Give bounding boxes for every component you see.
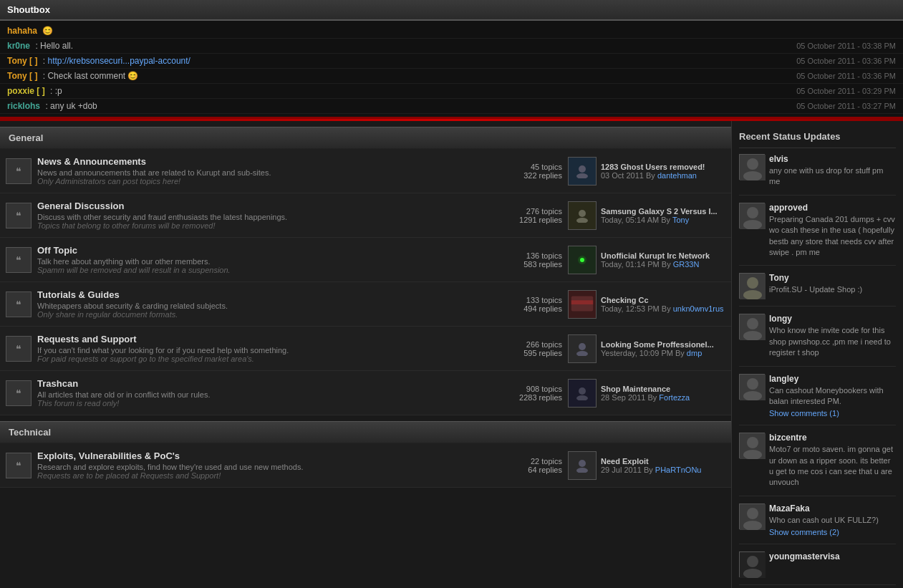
last-post-info: Checking Cc Today, 12:53 PM By unkn0wnv1… [601,296,724,313]
forum-list-technical: ❝ Exploits, Vulnerabilities & PoC's Rese… [0,443,731,488]
status-avatar [739,273,765,299]
forum-main: General ❝ News & Announcements News and … [0,121,731,588]
svg-point-3 [576,218,588,223]
svg-point-5 [580,258,584,262]
svg-point-1 [576,173,588,178]
svg-point-31 [747,437,758,448]
status-content: approved Preparing Canada 201 dumps + cv… [769,203,896,259]
status-item: langley Can cashout Moneybookers with ba… [739,374,896,426]
status-avatar [739,154,765,180]
forum-info: Trashcan All articles that are old or in… [37,378,492,408]
last-post-info: Samsung Galaxy S 2 Versus I... Today, 05… [601,207,718,224]
forum-stats: 45 topics 322 replies [498,163,562,180]
last-post-by: Yesterday, 10:09 PM By dmp [601,349,714,357]
shoutbox-time: 05 October 2011 - 03:36 PM [796,72,896,80]
status-item: approved Preparing Canada 201 dumps + cv… [739,203,896,266]
forum-title-requests-support[interactable]: Requests and Support [37,334,137,344]
quote-icon: ❝ [6,380,32,406]
forum-title[interactable]: General Discussion [37,201,124,211]
shoutbox-title: Shoutbox [0,0,903,21]
shoutbox-time: 05 October 2011 - 03:29 PM [796,87,896,95]
forum-title-exploits[interactable]: Exploits, Vulnerabilities & PoC's [37,450,180,461]
status-avatar [739,374,765,400]
forum-desc: Whitepapers about security & carding rel… [37,302,492,319]
forum-info: News & Announcements News and announceme… [37,156,492,185]
forum-last-post: Shop Maintenance 28 Sep 2011 By Fortezza [568,379,725,408]
last-post-info: 1283 Ghost Users removed! 03 Oct 2011 By… [601,163,705,180]
forum-row: ❝ General Discussion Discuss with other … [0,193,731,238]
show-comments-langley[interactable]: Show comments (1) [769,409,896,418]
last-post-user-link[interactable]: Tony [672,216,689,224]
forum-title[interactable]: Tutorials & Guides [37,289,120,300]
forum-title[interactable]: News & Announcements [37,156,146,167]
shoutbox-msg: : any uk +dob [45,101,97,111]
last-post-avatar [568,334,597,363]
quote-icon: ❝ [6,336,32,362]
last-post-user-link[interactable]: GR33N [673,260,700,269]
forum-last-post: Samsung Galaxy S 2 Versus I... Today, 05… [568,201,725,230]
last-post-avatar [568,201,597,230]
last-post-info: Shop Maintenance 28 Sep 2011 By Fortezza [601,385,690,402]
status-msg: iProfit.SU - Update Shop :) [769,284,896,295]
last-post-by: Today, 05:14 AM By Tony [601,216,718,224]
status-content: bizcentre Moto7 or moto saven. im gonna … [769,433,896,488]
last-post-user-link[interactable]: PHaRTnONu [655,466,702,474]
last-post-user-link[interactable]: dantehman [657,171,697,180]
svg-point-0 [579,165,586,173]
quote-icon: ❝ [6,453,32,478]
forum-row: ❝ Tutorials & Guides Whitepapers about s… [0,282,731,327]
last-post-user-link[interactable]: dmp [687,349,702,357]
forum-title[interactable]: Off Topic [37,245,77,256]
status-item: elvis any one with us drop for stuff pm … [739,154,896,196]
forum-list-general: ❝ News & Announcements News and announce… [0,149,731,415]
svg-rect-8 [571,300,593,304]
svg-point-2 [579,210,586,217]
last-post-avatar [568,379,597,408]
shoutbox-user: ricklohs [7,101,40,111]
last-post-user-link[interactable]: unkn0wnv1rus [673,304,724,313]
status-item: Tony iProfit.SU - Update Shop :) [739,273,896,307]
last-post-by: 28 Sep 2011 By Fortezza [601,393,690,402]
forum-row-exploits: ❝ Exploits, Vulnerabilities & PoC's Rese… [0,443,731,488]
svg-point-14 [576,468,588,473]
status-msg: Can cashout Moneybookers with balan inte… [769,385,896,408]
forum-desc: News and announcements that are related … [37,168,492,185]
shoutbox-msg: 😊 [42,26,53,36]
svg-point-11 [579,387,586,395]
forum-stats: 133 topics 494 replies [498,296,562,313]
forum-desc: Talk here about anything with our other … [37,257,492,274]
show-comments-mazafaka[interactable]: Show comments (2) [769,528,896,536]
svg-point-16 [747,158,758,170]
shoutbox-time: 05 October 2011 - 03:27 PM [796,102,896,110]
status-content: youngmastervisa [769,551,896,577]
main-wrapper: General ❝ News & Announcements News and … [0,121,903,588]
status-content: MazaFaka Who can cash out UK FULLZ?) Sho… [769,503,896,536]
status-avatar [739,433,765,458]
svg-point-34 [747,508,758,519]
shoutbox-row: ricklohs : any uk +dob 05 October 2011 -… [0,99,903,114]
shoutbox-msg: : Check last comment 😊 [43,71,139,81]
status-username: youngmastervisa [769,551,896,562]
forum-last-post: Need Exploit 29 Jul 2011 By PHaRTnONu [568,451,725,480]
last-post-avatar [568,451,597,480]
last-post-by: 03 Oct 2011 By dantehman [601,171,705,180]
forum-title-trashcan[interactable]: Trashcan [37,378,78,389]
svg-point-12 [576,395,588,400]
forum-row: ❝ News & Announcements News and announce… [0,149,731,193]
shoutbox-link[interactable]: http://krebsonsecuri...paypal-account/ [47,56,190,66]
last-post-info: Need Exploit 29 Jul 2011 By PHaRTnONu [601,457,701,474]
last-post-user-link[interactable]: Fortezza [659,393,690,402]
svg-point-25 [747,318,758,329]
shoutbox-row: hahaha 😊 [0,24,903,39]
forum-stats: 276 topics 1291 replies [498,207,562,224]
status-msg: Who know the invite code for this shop p… [769,325,896,358]
forum-stats: 908 topics 2283 replies [498,385,562,402]
status-item: longy Who know the invite code for this … [739,314,896,366]
section-header-technical: Technical [0,421,731,443]
status-content: elvis any one with us drop for stuff pm … [769,154,896,188]
last-post-info: Unofficial Kurupt Irc Network Today, 01:… [601,251,710,269]
status-msg: Who can cash out UK FULLZ?) [769,515,896,526]
shoutbox-section: Shoutbox hahaha 😊 kr0ne : Hello all. 05 … [0,0,903,121]
section-header-general: General [0,127,731,149]
status-username: MazaFaka [769,503,896,514]
